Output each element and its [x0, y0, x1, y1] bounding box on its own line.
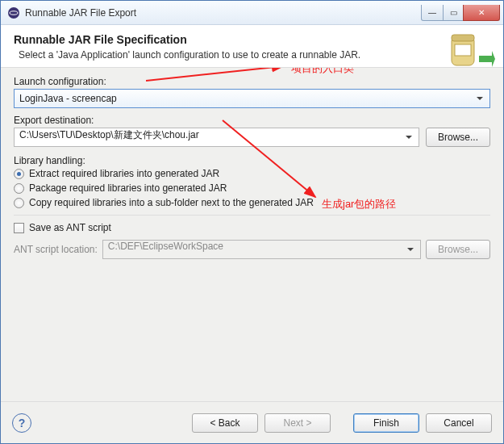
- ant-browse-button: Browse...: [426, 240, 490, 259]
- minimize-button[interactable]: —: [421, 5, 444, 21]
- svg-rect-3: [452, 35, 474, 41]
- launch-config-value: LoginJava - screencap: [19, 93, 117, 104]
- launch-config-label: Launch configuration:: [14, 76, 490, 87]
- radio-label: Package required libraries into generate…: [29, 182, 227, 194]
- export-dest-label: Export destination:: [14, 115, 490, 126]
- header-description: Select a 'Java Application' launch confi…: [19, 49, 490, 61]
- jar-export-icon: [447, 30, 495, 72]
- cancel-button[interactable]: Cancel: [426, 413, 492, 433]
- export-dest-input[interactable]: C:\Users\TU\Desktop\新建文件夹\chou.jar: [14, 128, 419, 147]
- library-opt-copy[interactable]: Copy required libraries into a sub-folde…: [14, 197, 490, 208]
- ant-location-label: ANT script location:: [14, 244, 98, 255]
- svg-marker-5: [479, 51, 495, 67]
- library-opt-extract[interactable]: Extract required libraries into generate…: [14, 168, 490, 179]
- ant-location-input: C:\DEF\EclipseWorkSpace: [102, 240, 421, 259]
- radio-icon: [14, 169, 24, 179]
- export-dest-value: C:\Users\TU\Desktop\新建文件夹\chou.jar: [19, 129, 199, 140]
- checkbox-icon: [14, 223, 24, 233]
- header-title: Runnable JAR File Specification: [14, 33, 490, 46]
- close-button[interactable]: ✕: [463, 5, 500, 21]
- help-button[interactable]: ?: [12, 413, 31, 433]
- library-handling-label: Library handling:: [14, 155, 490, 166]
- wizard-header: Runnable JAR File Specification Select a…: [1, 25, 503, 68]
- titlebar[interactable]: Runnable JAR File Export — ▭ ✕: [1, 1, 503, 25]
- radio-icon: [14, 198, 24, 208]
- launch-config-dropdown[interactable]: LoginJava - screencap: [14, 89, 490, 108]
- window-controls: — ▭ ✕: [422, 5, 500, 21]
- divider: [14, 215, 490, 216]
- maximize-button[interactable]: ▭: [443, 5, 464, 21]
- radio-label: Copy required libraries into a sub-folde…: [29, 197, 314, 208]
- library-opt-package[interactable]: Package required libraries into generate…: [14, 182, 490, 194]
- finish-button[interactable]: Finish: [353, 413, 419, 433]
- radio-icon: [14, 183, 24, 194]
- annotation-1: 项目的入口类: [291, 68, 354, 76]
- export-browse-button[interactable]: Browse...: [426, 128, 490, 147]
- checkbox-label: Save as ANT script: [29, 222, 111, 233]
- save-ant-checkbox[interactable]: Save as ANT script: [14, 222, 490, 233]
- next-button: Next >: [264, 413, 331, 433]
- window-title: Runnable JAR File Export: [25, 7, 422, 19]
- back-button[interactable]: < Back: [192, 413, 258, 433]
- eclipse-icon: [7, 6, 20, 19]
- dialog-window: Runnable JAR File Export — ▭ ✕ Runnable …: [0, 0, 504, 444]
- radio-label: Extract required libraries into generate…: [29, 168, 219, 179]
- ant-location-value: C:\DEF\EclipseWorkSpace: [108, 241, 223, 252]
- button-bar: ? < Back Next > Finish Cancel: [1, 401, 503, 443]
- svg-rect-4: [455, 44, 471, 56]
- content-area: 项目的入口类 Launch configuration: LoginJava -…: [1, 68, 503, 401]
